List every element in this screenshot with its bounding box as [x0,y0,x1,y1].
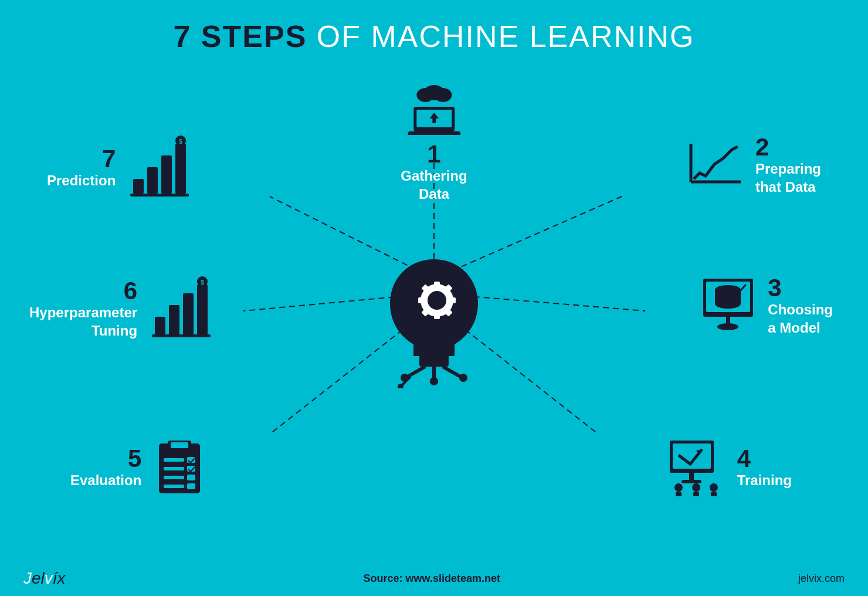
title-suffix: OF MACHINE LEARNING [307,19,694,53]
hyperparameter-icon: $ [149,276,213,343]
step-7: 7 Prediction $ [47,135,192,202]
svg-rect-59 [164,458,184,462]
step-1-number: 1 [401,142,467,167]
svg-rect-11 [418,297,425,303]
gathering-data-icon [405,82,463,137]
svg-rect-49 [681,480,701,483]
svg-rect-66 [187,483,195,489]
step-2-label: Preparingthat Data [755,160,821,196]
choosing-model-icon [700,276,756,337]
svg-point-23 [459,374,467,382]
step-6-number: 6 [29,279,137,303]
step-5-label: Evaluation [70,471,141,489]
step-7-number: 7 [47,147,116,171]
svg-rect-78 [130,194,189,197]
svg-rect-74 [133,179,144,194]
svg-rect-65 [187,475,195,480]
footer: Jelvíx Source: www.slideteam.net jelvix.… [0,561,868,596]
step-4: 4 Training [667,438,792,499]
title-bold: 7 STEPS [173,19,307,53]
svg-point-8 [428,291,446,310]
diagram-area: 1 GatheringData 2 Preparingthat Data [0,59,868,563]
svg-rect-12 [449,297,456,303]
svg-rect-70 [197,285,208,334]
svg-point-54 [710,483,718,492]
svg-point-41 [715,299,741,309]
svg-rect-68 [169,305,179,334]
svg-line-18 [408,367,425,377]
step-2-text: 2 Preparingthat Data [755,135,821,196]
svg-rect-51 [676,492,681,496]
svg-text:$: $ [179,138,183,145]
step-1-label: GatheringData [401,167,467,203]
step-1-text: 1 GatheringData [401,142,467,203]
step-5: 5 Evaluation [70,438,206,499]
svg-rect-61 [164,476,184,479]
source-label: Source: [364,573,403,584]
svg-rect-17 [419,355,449,367]
training-icon [667,438,725,499]
step-4-text: 4 Training [737,446,792,489]
step-7-text: 7 Prediction [47,147,116,189]
svg-rect-58 [171,442,188,448]
svg-rect-69 [183,293,194,334]
svg-text:$: $ [201,279,204,286]
source-url: www.slideteam.net [406,573,500,584]
svg-point-28 [434,88,452,102]
svg-point-50 [674,483,683,492]
svg-rect-60 [164,467,184,470]
svg-rect-67 [155,317,165,334]
svg-rect-32 [408,131,460,135]
step-3-number: 3 [768,276,833,300]
evaluation-icon [153,438,206,499]
svg-rect-76 [161,155,172,194]
svg-rect-71 [152,334,211,337]
brand-logo: Jelvíx [23,569,66,588]
step-2-number: 2 [755,135,821,160]
step-4-label: Training [737,471,792,489]
page-title: 7 STEPS OF MACHINE LEARNING [0,0,868,54]
site-url: jelvix.com [798,573,845,585]
preparing-data-icon [685,141,744,190]
step-1: 1 GatheringData [401,82,467,203]
step-3-label: Choosinga Model [768,300,833,337]
step-2: 2 Preparingthat Data [685,135,821,196]
svg-rect-75 [147,167,158,194]
source-text: Source: www.slideteam.net [364,573,500,585]
step-4-number: 4 [737,446,792,471]
svg-rect-55 [711,492,717,496]
svg-point-22 [430,377,438,385]
svg-point-52 [692,483,700,492]
svg-rect-9 [434,282,440,289]
svg-rect-53 [693,492,699,496]
step-5-text: 5 Evaluation [70,446,141,489]
svg-rect-48 [689,473,694,480]
svg-rect-10 [434,312,440,319]
svg-rect-62 [164,485,184,488]
svg-line-20 [443,367,460,377]
prediction-icon: $ [127,135,192,202]
step-3-text: 3 Choosinga Model [768,276,833,337]
step-6-text: 6 HyperparameterTuning [29,279,137,340]
svg-point-43 [717,323,738,330]
step-5-number: 5 [70,446,141,471]
svg-rect-77 [175,144,186,194]
step-3: 3 Choosinga Model [700,276,833,337]
step-6: 6 HyperparameterTuning $ [29,276,213,343]
brain-icon [375,248,493,388]
step-6-label: HyperparameterTuning [29,303,137,340]
step-7-label: Prediction [47,171,116,189]
